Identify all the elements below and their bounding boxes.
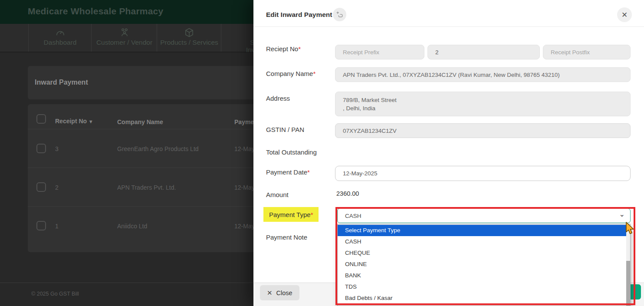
screen: Medicare Wholesale Pharmacy Dashboard [0, 0, 644, 306]
chevron-down-icon: ⌄ [619, 210, 625, 218]
cell-receipt-no: 1 [55, 223, 59, 230]
edit-inward-payment-modal: Edit Inward Payment ✕ Reciept No* Compan… [253, 0, 644, 306]
nav-tab-dashboard[interactable]: Dashboard [28, 24, 92, 52]
cell-company-name: GreenEarth Agro Products Ltd [117, 145, 199, 152]
dropdown-option[interactable]: BANK [338, 270, 626, 281]
users-icon [119, 27, 130, 38]
cell-receipt-no: 2 [55, 184, 59, 191]
column-header-receipt[interactable]: Receipt No▾ [55, 118, 92, 125]
scrollbar-thumb[interactable] [626, 261, 630, 306]
close-button[interactable]: ✕ Close [260, 285, 299, 300]
close-icon[interactable]: ✕ [617, 7, 632, 22]
row-checkbox[interactable] [36, 182, 46, 192]
address-field: 789/B, Market Street , Delhi, India [335, 92, 631, 116]
required-asterisk: * [298, 45, 301, 53]
address-line-1: 789/B, Market Street [343, 97, 397, 103]
add-new-icon[interactable] [333, 8, 346, 21]
modal-title: Edit Inward Payment [266, 11, 332, 19]
dropdown-option[interactable]: CASH [338, 236, 626, 247]
payment-type-selected-value: CASH [345, 213, 361, 219]
nav-tab-label: Dashboard [29, 39, 92, 46]
payment-type-label: Payment Type* [263, 207, 319, 222]
close-x-icon: ✕ [267, 289, 273, 297]
payment-type-select[interactable]: CASH ⌄ [337, 208, 631, 223]
payment-note-label: Payment Note [266, 234, 307, 241]
close-button-label: Close [276, 290, 292, 296]
select-all-checkbox[interactable] [36, 114, 46, 124]
dropdown-option[interactable]: ONLINE [338, 259, 626, 270]
nav-tab-label: Customer / Vendor [92, 39, 157, 46]
modal-header: Edit Inward Payment ✕ [253, 0, 644, 27]
address-label: Address [266, 95, 290, 102]
gauge-icon [55, 27, 66, 38]
nav-tab-customer-vendor[interactable]: Customer / Vendor [91, 24, 157, 52]
copyright-text: © 2025 Go GST Bill [31, 291, 79, 297]
cell-receipt-no: 3 [55, 145, 59, 152]
required-asterisk: * [313, 70, 315, 77]
cell-company-name: Aniidco Ltd [117, 223, 147, 230]
receipt-postfix-input[interactable] [543, 45, 631, 59]
payment-type-dropdown: Select Payment Type CASH CHEQUE ONLINE B… [337, 224, 631, 306]
address-line-2: , Delhi, India [343, 105, 375, 112]
row-checkbox[interactable] [36, 144, 46, 153]
page-title: Inward Payment [35, 79, 88, 86]
amount-value: 2360.00 [336, 190, 359, 197]
total-outstanding-label: Total Outstanding [266, 148, 317, 156]
dropdown-scrollbar[interactable] [626, 224, 630, 306]
company-name-label: Company Name* [266, 70, 315, 77]
column-header-company: Company Name [117, 118, 163, 125]
dropdown-option[interactable]: CHEQUE [338, 247, 626, 259]
divider [0, 283, 253, 283]
payment-date-input[interactable] [335, 166, 631, 181]
sort-desc-icon: ▾ [89, 118, 92, 125]
dropdown-option[interactable]: Bad Debts / Kasar [338, 293, 626, 304]
receipt-prefix-input[interactable] [335, 45, 424, 59]
amount-label: Amount [266, 191, 289, 198]
required-asterisk: * [307, 168, 310, 176]
payment-date-label: Payment Date* [266, 168, 310, 176]
gstin-pan-label: GSTIN / PAN [266, 126, 304, 133]
nav-tab-label: Products / Services [157, 39, 221, 46]
cell-company-name: APN Traders Pvt. Ltd. [117, 184, 176, 191]
required-asterisk: * [311, 211, 313, 218]
dropdown-option[interactable]: Select Payment Type [338, 225, 626, 236]
company-name-field: APN Traders Pvt. Ltd., 07XYZAB1234C1ZV (… [335, 67, 631, 82]
box-icon [184, 27, 195, 38]
nav-tab-products-services[interactable]: Products / Services [157, 24, 221, 52]
receipt-no-label: Reciept No* [266, 45, 301, 53]
dropdown-option[interactable]: TDS [338, 281, 626, 293]
row-checkbox[interactable] [36, 221, 46, 230]
receipt-no-input[interactable] [427, 45, 540, 59]
gstin-pan-field: 07XYZAB1234C1ZV [335, 123, 631, 138]
brand-title: Medicare Wholesale Pharmacy [28, 6, 163, 16]
